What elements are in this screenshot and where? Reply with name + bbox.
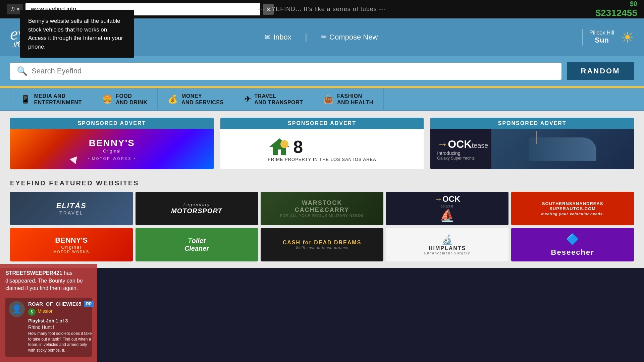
compose-link[interactable]: ✏ Compose New: [321, 33, 378, 42]
category-money-services[interactable]: 💰 MONEYAND SERVICES: [158, 88, 234, 110]
compose-icon: ✏: [321, 33, 327, 42]
sun-icon: ☀: [621, 29, 634, 46]
notif-player: STREETSWEEPER421: [5, 270, 62, 276]
toilet-inner: Toilet Cleaner: [136, 228, 258, 261]
sponsored-label-2: SPONSORED ADVERT: [220, 118, 424, 129]
featured-beseecher[interactable]: 🔷 Beseecher: [511, 228, 634, 261]
media-label: MEDIA ANDENTERTAINMENT: [34, 93, 82, 106]
featured-cashdreams[interactable]: CASH for DEAD DREAMS We'll cash in those…: [261, 228, 383, 261]
southernsanautos-text: SOUTHERNSANANDREASSUPERAUTOS.COMmeeting …: [541, 201, 604, 216]
cashdreams-sub: We'll cash in those dreams: [296, 246, 348, 250]
mission-title: Playlist Job 1 of 3: [28, 318, 94, 324]
money-top: $0: [595, 0, 637, 8]
sponsored-docktease[interactable]: SPONSORED ADVERT →OCKtease Introducing G…: [430, 118, 634, 169]
player-status: Mission: [38, 308, 53, 316]
mission-text: Playlist Job 1 of 3 Rhino Hunt ! How man…: [28, 318, 94, 353]
cashdreams-inner: CASH for DEAD DREAMS We'll cash in those…: [261, 228, 383, 261]
inbox-icon: ✉: [265, 33, 271, 42]
docktease-overlay: →OCKtease Introducing Galaxy Super Yacht…: [437, 138, 488, 161]
food-icon: 🍔: [102, 95, 113, 104]
category-travel-transport[interactable]: ✈ TRAVELAND TRANSPORT: [234, 88, 314, 110]
warstock-inner: WARSTOCKCACHE&CARRY FOR ALL YOUR ROGUE M…: [261, 192, 383, 225]
fashion-icon: 👜: [323, 95, 334, 104]
docktease-yacht-bg: [491, 129, 634, 169]
tooltip: Benny's website sells all the suitable s…: [20, 10, 134, 58]
money-bottom: $2312455: [595, 8, 637, 18]
featured-docktease[interactable]: →OCK tease ⛵: [386, 192, 509, 225]
history-icon: ⏱: [10, 6, 15, 12]
weather-divider: [582, 29, 583, 46]
featured-bennys2[interactable]: BENNY'S Original MOTOR WORKS: [10, 228, 133, 261]
money-label: MONEYAND SERVICES: [181, 93, 224, 106]
weather-location: Pillbox Hill: [589, 30, 614, 36]
warstock-sub: FOR ALL YOUR ROGUE MILITARY NEEDS: [280, 214, 364, 218]
elitas-name: ELITÁS: [56, 201, 87, 210]
sponsored-label-1: SPONSORED ADVERT: [10, 118, 214, 129]
docktease-logo: →OCKtease: [437, 138, 488, 150]
search-input[interactable]: [32, 67, 555, 75]
tagline: --- EYEFIND... It's like a series of tub…: [258, 6, 386, 13]
player-badges: $ Mission: [28, 308, 94, 316]
svg-point-1: [280, 140, 288, 148]
player-card: 👤 ROAR_OF_CHEWIE65 RP $ Mission Playlist…: [5, 298, 92, 357]
docktease-ad-image: →OCKtease Introducing Galaxy Super Yacht…: [430, 129, 634, 169]
money-badge: $: [28, 308, 36, 316]
toilet-name: Toilet: [188, 237, 206, 245]
money-icon: 💰: [168, 95, 178, 104]
featured-title: EYEFIND FEATURED WEBSITES: [10, 179, 634, 187]
main-content: SPONSORED ADVERT BENNY'S Original • MOTO…: [0, 111, 644, 268]
featured-southernsanautos[interactable]: SOUTHERNSANANDREASSUPERAUTOS.COMmeeting …: [511, 192, 634, 225]
featured-legendary[interactable]: Legendary MOTORSPORT: [136, 192, 258, 225]
beseecher-icon: 🔷: [566, 233, 579, 245]
weather-day: Sun: [589, 36, 614, 45]
sponsored-bennys[interactable]: SPONSORED ADVERT BENNY'S Original • MOTO…: [10, 118, 214, 169]
media-icon: 📱: [20, 95, 31, 104]
featured-elitas[interactable]: ELITÁS TRAVEL: [10, 192, 133, 225]
docktease2-inner: →OCK tease ⛵: [386, 192, 509, 225]
mission-desc: How many foot soldiers does it take to t…: [28, 331, 94, 353]
food-label: FOODAND DRINK: [116, 93, 147, 106]
notification-panel: STREETSWEEPER421 has disappeared. The Bo…: [0, 264, 97, 362]
dynasty-house-svg: [268, 137, 291, 157]
weather-info: Pillbox Hill Sun: [589, 30, 614, 45]
bennys-ad-name: BENNY'S: [88, 138, 136, 148]
player-info: ROAR_OF_CHEWIE65 RP $ Mission Playlist J…: [28, 301, 94, 353]
featured-himplants[interactable]: 🔬 HIMPLANTS Enhancement Surgery: [386, 228, 509, 261]
mission-name: Rhino Hunt !: [28, 324, 94, 331]
category-nav: 📱 MEDIA ANDENTERTAINMENT 🍔 FOODAND DRINK…: [0, 88, 644, 111]
bennys2-name: BENNY'S: [55, 236, 88, 245]
inbox-link[interactable]: ✉ Inbox: [265, 33, 291, 42]
docktease-tease: tease: [472, 142, 488, 149]
random-button[interactable]: RANDOM: [567, 62, 634, 80]
bennys-ad-sub: Original: [88, 148, 136, 154]
southernsanautos-sub: meeting your vehicular needs.: [541, 212, 604, 216]
featured-toilet[interactable]: Toilet Cleaner: [136, 228, 258, 261]
tooltip-text: Benny's website sells all the suitable s…: [28, 18, 123, 50]
dynasty-num: 8: [293, 137, 303, 157]
featured-warstock[interactable]: WARSTOCKCACHE&CARRY FOR ALL YOUR ROGUE M…: [261, 192, 383, 225]
nav-links: ✉ Inbox | ✏ Compose New: [265, 32, 378, 43]
search-box: 🔍: [10, 63, 561, 80]
bennys-ad-sub2: • MOTOR WORKS •: [88, 155, 136, 161]
sponsored-dynasty8[interactable]: SPONSORED ADVERT 8 PRIME PROPERTY IN THE…: [220, 118, 424, 169]
category-food-drink[interactable]: 🍔 FOODAND DRINK: [92, 88, 158, 110]
southernsanautos-inner: SOUTHERNSANANDREASSUPERAUTOS.COMmeeting …: [511, 192, 634, 225]
warstock-name: WARSTOCKCACHE&CARRY: [295, 199, 349, 214]
player-avatar: 👤: [9, 301, 25, 317]
dynasty-sub: PRIME PROPERTY IN THE LOS SANTOS AREA: [268, 157, 376, 162]
legendary-top: Legendary: [183, 202, 210, 207]
docktease2-text: →OCK: [434, 194, 460, 204]
bennys-ad-image: BENNY'S Original • MOTOR WORKS •: [10, 129, 214, 169]
bennys2-sub: Original: [61, 245, 82, 250]
search-icon: 🔍: [17, 66, 28, 76]
notification-bounty-text: STREETSWEEPER421 has disappeared. The Bo…: [5, 269, 92, 292]
beseecher-inner: 🔷 Beseecher: [511, 228, 634, 261]
dynasty8-ad-image: 8 PRIME PROPERTY IN THE LOS SANTOS AREA: [220, 129, 424, 169]
category-media-entertainment[interactable]: 📱 MEDIA ANDENTERTAINMENT: [10, 88, 92, 110]
fashion-label: FASHIONAND HEALTH: [337, 93, 373, 106]
docktease2-sub: tease: [441, 204, 454, 208]
sponsored-row: SPONSORED ADVERT BENNY'S Original • MOTO…: [0, 111, 644, 176]
elitas-inner: ELITÁS TRAVEL: [10, 192, 133, 225]
category-fashion-health[interactable]: 👜 FASHIONAND HEALTH: [313, 88, 383, 110]
legendary-main: MOTORSPORT: [171, 207, 222, 215]
